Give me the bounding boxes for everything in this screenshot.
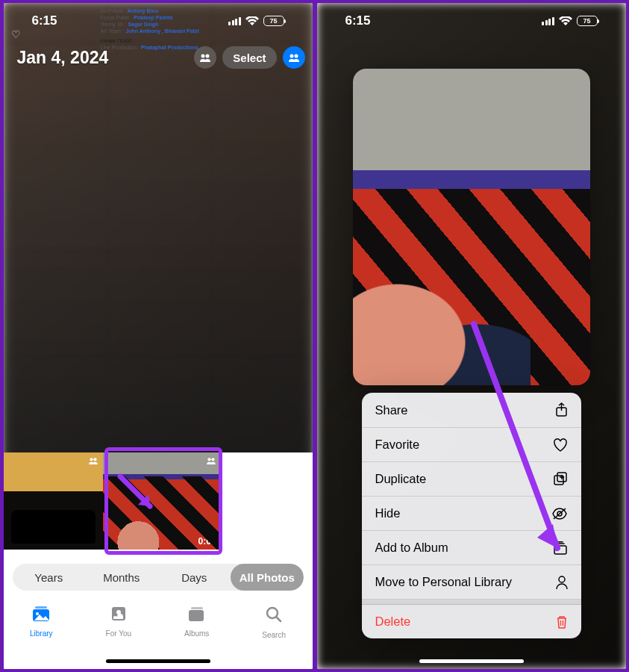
context-menu-screen: 6:15 75 Share Favorite Duplicate bbox=[317, 3, 626, 669]
shared-library-filter-icon[interactable] bbox=[194, 46, 216, 69]
menu-label: Hide bbox=[375, 506, 401, 520]
photos-library-screen: DOP Asst : Antony Binu Focus Puller : Pr… bbox=[4, 3, 313, 669]
menu-label: Move to Personal Library bbox=[375, 575, 512, 589]
menu-label: Duplicate bbox=[375, 472, 427, 486]
wifi-icon bbox=[559, 16, 572, 25]
menu-share[interactable]: Share bbox=[362, 393, 581, 428]
svg-point-28 bbox=[559, 576, 565, 582]
segment-all-photos[interactable]: All Photos bbox=[231, 564, 304, 591]
battery-icon: 75 bbox=[577, 16, 598, 26]
menu-label: Add to Album bbox=[375, 541, 448, 555]
albums-icon bbox=[187, 606, 207, 626]
menu-duplicate[interactable]: Duplicate bbox=[362, 462, 581, 497]
tab-bar: Library For You Albums Search bbox=[4, 598, 313, 669]
cellular-icon bbox=[228, 16, 241, 25]
tab-library[interactable]: Library bbox=[30, 606, 53, 669]
svg-rect-14 bbox=[191, 607, 203, 609]
battery-icon: 75 bbox=[263, 16, 284, 26]
tab-label: Library bbox=[30, 629, 53, 638]
duplicate-icon bbox=[554, 472, 568, 486]
tab-label: For You bbox=[106, 629, 131, 638]
svg-point-2 bbox=[290, 55, 293, 58]
svg-rect-9 bbox=[35, 606, 47, 609]
svg-point-7 bbox=[211, 458, 214, 461]
menu-move-personal-library[interactable]: Move to Personal Library bbox=[362, 565, 581, 600]
thumbnail-row: 0:01 bbox=[4, 452, 221, 550]
menu-delete[interactable]: Delete bbox=[362, 605, 581, 638]
segment-months[interactable]: Months bbox=[85, 564, 158, 591]
menu-hide[interactable]: Hide bbox=[362, 497, 581, 531]
tab-label: Albums bbox=[184, 629, 209, 638]
select-button[interactable]: Select bbox=[222, 46, 276, 69]
search-icon bbox=[265, 606, 283, 628]
eye-slash-icon bbox=[551, 508, 568, 520]
menu-label: Delete bbox=[375, 615, 411, 629]
thumbnail-carpet-video[interactable]: 0:01 bbox=[103, 452, 221, 550]
cellular-icon bbox=[542, 16, 554, 25]
share-icon bbox=[555, 402, 568, 417]
svg-point-1 bbox=[206, 55, 210, 58]
video-duration: 0:01 bbox=[198, 536, 216, 547]
tab-search[interactable]: Search bbox=[262, 606, 286, 669]
foryou-icon bbox=[110, 606, 128, 626]
clock: 6:15 bbox=[345, 13, 371, 28]
photo-grid-blurred bbox=[4, 3, 313, 460]
svg-point-0 bbox=[201, 55, 205, 58]
photo-preview[interactable] bbox=[353, 69, 590, 385]
wifi-icon bbox=[245, 16, 259, 25]
shared-icon bbox=[206, 455, 216, 467]
album-icon bbox=[553, 541, 568, 555]
svg-point-4 bbox=[90, 458, 93, 461]
person-icon bbox=[556, 576, 568, 589]
trash-icon bbox=[556, 615, 568, 629]
shared-icon bbox=[88, 455, 98, 467]
menu-add-to-album[interactable]: Add to Album bbox=[362, 531, 581, 565]
context-menu: Share Favorite Duplicate Hide Add to Alb… bbox=[362, 393, 581, 638]
library-header: Jan 4, 2024 Select bbox=[4, 46, 313, 69]
svg-point-10 bbox=[36, 612, 39, 615]
thumbnail-car[interactable] bbox=[4, 452, 103, 550]
heart-icon bbox=[553, 438, 568, 452]
svg-line-16 bbox=[276, 617, 281, 621]
svg-rect-25 bbox=[554, 546, 566, 554]
home-indicator[interactable] bbox=[106, 659, 210, 663]
date-heading: Jan 4, 2024 bbox=[11, 48, 109, 68]
shared-library-icon[interactable] bbox=[283, 46, 305, 69]
menu-label: Share bbox=[375, 403, 408, 417]
svg-point-5 bbox=[93, 458, 96, 461]
svg-point-12 bbox=[116, 610, 121, 615]
library-icon bbox=[31, 606, 51, 626]
view-segmented-control: Years Months Days All Photos bbox=[13, 564, 304, 591]
svg-rect-13 bbox=[189, 610, 204, 621]
svg-point-6 bbox=[207, 458, 210, 461]
menu-separator bbox=[362, 600, 581, 605]
tab-label: Search bbox=[262, 631, 286, 639]
segment-days[interactable]: Days bbox=[158, 564, 231, 591]
clock: 6:15 bbox=[32, 13, 57, 28]
menu-label: Favorite bbox=[375, 438, 420, 452]
menu-favorite[interactable]: Favorite bbox=[362, 428, 581, 462]
segment-years[interactable]: Years bbox=[13, 564, 86, 591]
status-bar: 6:15 75 bbox=[317, 3, 626, 39]
home-indicator[interactable] bbox=[419, 659, 524, 663]
svg-point-3 bbox=[294, 55, 298, 58]
status-bar: 6:15 75 bbox=[4, 3, 313, 39]
